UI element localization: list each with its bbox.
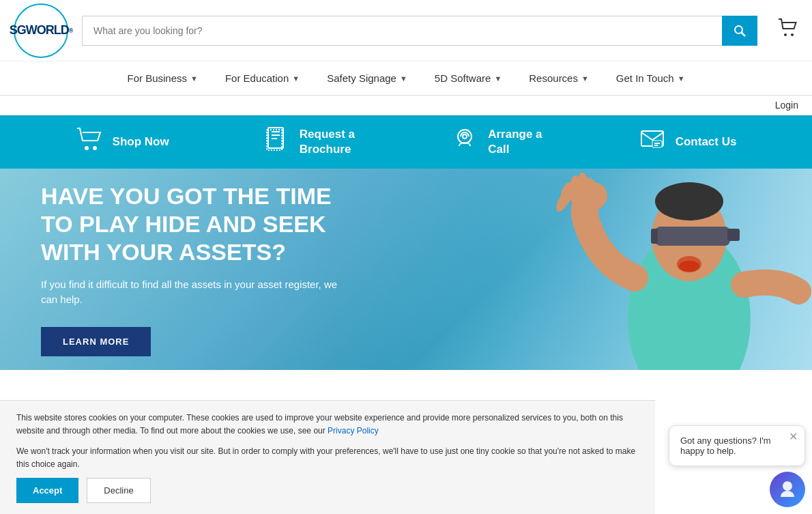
brochure-label: Request aBrochure bbox=[300, 127, 355, 157]
nav-label-resources: Resources bbox=[529, 72, 578, 84]
cart-svg bbox=[778, 18, 798, 38]
contact-icon bbox=[639, 127, 666, 157]
shop-now-icon bbox=[76, 127, 103, 157]
search-icon bbox=[733, 24, 746, 38]
nav-item-resources[interactable]: Resources ▼ bbox=[529, 72, 589, 84]
svg-point-23 bbox=[655, 182, 723, 220]
chevron-down-icon: ▼ bbox=[190, 74, 198, 83]
cart-icon[interactable] bbox=[778, 18, 798, 42]
svg-rect-22 bbox=[727, 229, 740, 241]
svg-point-5 bbox=[93, 146, 97, 150]
nav-item-for-education[interactable]: For Education ▼ bbox=[225, 72, 300, 84]
nav-label-for-education: For Education bbox=[225, 72, 289, 84]
action-arrange-call[interactable]: Arrange aCall bbox=[451, 127, 542, 157]
nav-item-safety-signage[interactable]: Safety Signage ▼ bbox=[327, 72, 407, 84]
svg-rect-10 bbox=[267, 130, 282, 150]
svg-rect-20 bbox=[655, 227, 730, 246]
learn-more-button[interactable]: LEARN MORE bbox=[41, 327, 151, 356]
action-bar: Shop Now Request aBrochure Arrange aCall bbox=[0, 115, 812, 169]
nav-item-5d-software[interactable]: 5D Software ▼ bbox=[435, 72, 502, 84]
chevron-down-icon: ▼ bbox=[581, 74, 589, 83]
logo-sup: ® bbox=[69, 27, 73, 34]
action-shop-now[interactable]: Shop Now bbox=[76, 127, 169, 157]
header: SGWORLD® bbox=[0, 0, 812, 61]
nav-label-get-in-touch: Get In Touch bbox=[616, 72, 674, 84]
search-button[interactable] bbox=[722, 16, 757, 46]
hero-figure bbox=[334, 169, 812, 370]
call-icon bbox=[451, 127, 478, 157]
chevron-down-icon: ▼ bbox=[292, 74, 300, 83]
nav-label-for-business: For Business bbox=[127, 72, 187, 84]
action-request-brochure[interactable]: Request aBrochure bbox=[265, 126, 355, 158]
login-link[interactable]: Login bbox=[775, 100, 798, 111]
nav-label-safety-signage: Safety Signage bbox=[327, 72, 396, 84]
search-input[interactable] bbox=[82, 16, 722, 46]
svg-point-25 bbox=[679, 261, 699, 272]
brochure-icon bbox=[265, 126, 290, 158]
logo-circle: SGWORLD® bbox=[14, 3, 68, 58]
hero-subtitle: If you find it difficult to find all the… bbox=[41, 277, 341, 308]
svg-point-4 bbox=[85, 146, 89, 150]
chevron-down-icon: ▼ bbox=[678, 74, 685, 83]
shop-now-label: Shop Now bbox=[113, 134, 169, 149]
nav-item-get-in-touch[interactable]: Get In Touch ▼ bbox=[616, 72, 685, 84]
nav-label-5d-software: 5D Software bbox=[435, 72, 491, 84]
svg-point-3 bbox=[791, 33, 794, 36]
logo[interactable]: SGWORLD® bbox=[14, 3, 68, 58]
chevron-down-icon: ▼ bbox=[400, 74, 407, 83]
svg-point-12 bbox=[463, 134, 467, 139]
svg-point-2 bbox=[784, 33, 787, 36]
hero-banner: HAVE YOU GOT THE TIME TO PLAY HIDE AND S… bbox=[0, 169, 812, 370]
chevron-down-icon: ▼ bbox=[494, 74, 502, 83]
contact-label: Contact Us bbox=[676, 134, 737, 149]
logo-text: SGWORLD bbox=[10, 23, 69, 38]
svg-line-1 bbox=[742, 32, 746, 36]
search-container bbox=[82, 16, 757, 46]
nav-item-for-business[interactable]: For Business ▼ bbox=[127, 72, 197, 84]
login-bar: Login bbox=[0, 96, 812, 115]
nav-bar: For Business ▼ For Education ▼ Safety Si… bbox=[0, 61, 812, 96]
svg-point-0 bbox=[735, 26, 742, 33]
action-contact-us[interactable]: Contact Us bbox=[639, 127, 737, 157]
svg-rect-21 bbox=[651, 229, 658, 244]
call-label: Arrange aCall bbox=[488, 127, 542, 157]
hero-title: HAVE YOU GOT THE TIME TO PLAY HIDE AND S… bbox=[41, 182, 341, 266]
hero-content: HAVE YOU GOT THE TIME TO PLAY HIDE AND S… bbox=[0, 169, 382, 370]
